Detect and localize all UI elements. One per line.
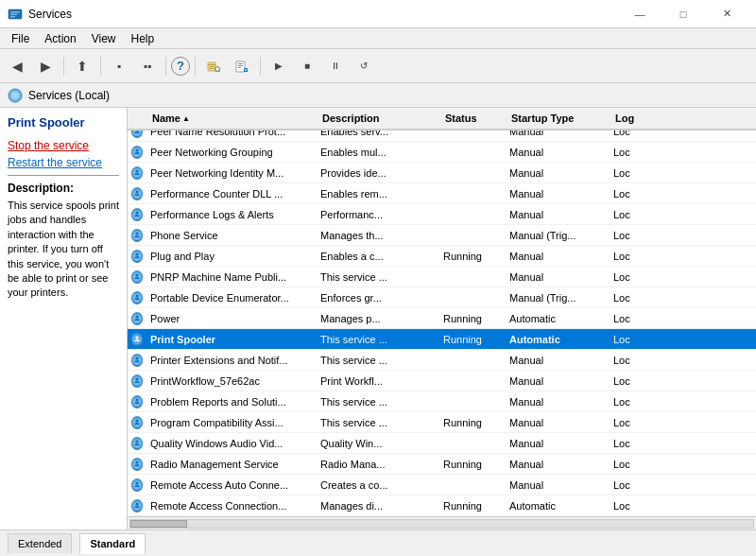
forward-button[interactable]: ▶ [32,53,59,79]
tab-extended[interactable]: Extended [8,533,72,553]
row-name: Remote Access Connection... [146,500,317,512]
row-desc: Enforces gr... [317,292,439,304]
menu-file[interactable]: File [4,30,37,47]
table-row[interactable]: Phone Service Manages th... Manual (Trig… [128,225,756,246]
back-button[interactable]: ◀ [4,53,30,79]
table-body[interactable]: Parental Controls Enforces pa... Manual … [128,130,756,516]
row-startup: Manual [506,130,610,137]
service-icon-img [131,478,143,492]
row-startup: Automatic [506,334,610,345]
service-icon-img [131,499,143,513]
table-row[interactable]: Problem Reports and Soluti... This servi… [128,391,756,412]
svg-rect-7 [210,68,214,69]
table-row[interactable]: PrintWorkflow_57e62ac Print Workfl... Ma… [128,371,756,391]
row-startup: Manual (Trig... [506,292,610,304]
browse-button[interactable] [200,53,227,79]
table-row[interactable]: Power Manages p... Running Automatic Loc [128,308,756,329]
row-log: Loc [610,355,657,366]
col-header-status[interactable]: Status [441,113,507,124]
restart-service-button[interactable]: ↺ [351,53,377,79]
row-log: Loc [610,479,657,491]
svg-rect-13 [238,67,241,68]
show-hide-button[interactable]: ▪ [106,53,132,79]
table-row[interactable]: Performance Counter DLL ... Enables rem.… [128,183,756,204]
svg-point-42 [136,315,139,318]
row-icon [128,229,146,242]
row-icon [128,499,146,513]
maximize-button[interactable]: □ [662,0,705,28]
table-row[interactable]: PNRP Machine Name Publi... This service … [128,267,756,287]
toolbar-separator-4 [195,57,196,76]
svg-rect-1 [10,11,20,13]
table-row[interactable]: Program Compatibility Assi... This servi… [128,412,756,433]
row-desc: Manages th... [317,230,439,241]
stop-link-label: Stop [8,139,31,152]
stop-service-button[interactable]: ■ [294,53,320,79]
table-row[interactable]: Printer Extensions and Notif... This ser… [128,350,756,371]
row-startup: Automatic [506,500,610,512]
table-row[interactable]: Peer Name Resolution Prot... Enables ser… [128,130,756,142]
menu-view[interactable]: View [84,30,124,47]
col-name-label: Name [152,113,180,124]
status-bar: Extended Standard [0,530,756,556]
col-header-name[interactable]: Name ▲ [148,113,318,124]
col-header-description[interactable]: Description [318,113,441,124]
row-log: Loc [610,271,657,283]
row-status: Running [439,500,506,512]
h-scroll-thumb[interactable] [130,520,187,528]
table-row[interactable]: Peer Networking Grouping Enables mul... … [128,142,756,163]
row-startup: Manual (Trig... [506,230,610,241]
close-button[interactable]: ✕ [705,0,748,28]
col-header-log[interactable]: Log [611,113,659,124]
table-row[interactable]: Radio Management Service Radio Mana... R… [128,454,756,475]
row-name: Peer Name Resolution Prot... [146,130,317,137]
table-row[interactable]: Portable Device Enumerator... Enforces g… [128,287,756,308]
table-row[interactable]: Performance Logs & Alerts Performanc... … [128,204,756,225]
svg-point-48 [136,377,139,380]
up-button[interactable]: ⬆ [69,53,95,79]
svg-rect-3 [10,16,15,18]
minimize-button[interactable]: — [618,0,662,28]
main-area: Print Spooler Stop the service Restart t… [0,108,756,530]
pause-service-button[interactable]: ⏸ [322,53,349,79]
row-name: PrintWorkflow_57e62ac [146,375,317,387]
menu-action[interactable]: Action [37,30,83,47]
row-name: Peer Networking Identity M... [146,167,317,179]
svg-point-28 [136,169,139,172]
horizontal-scrollbar[interactable] [128,516,756,530]
table-row[interactable]: Plug and Play Enables a c... Running Man… [128,246,756,267]
table-row[interactable]: Peer Networking Identity M... Provides i… [128,163,756,183]
toolbar-separator-2 [100,57,101,76]
menu-help[interactable]: Help [124,30,163,47]
row-log: Loc [610,313,657,324]
tab-standard[interactable]: Standard [79,533,146,554]
table-row[interactable]: Remote Access Auto Conne... Creates a co… [128,475,756,495]
row-name: Radio Management Service [146,459,317,470]
row-icon [128,291,146,304]
sort-icon: ▲ [182,114,190,123]
row-desc: Radio Mana... [317,459,439,470]
table-row[interactable]: Remote Access Connection... Manages di..… [128,495,756,516]
start-service-button[interactable]: ▶ [266,53,292,79]
toolbar-separator-1 [63,57,64,76]
table-row[interactable]: Print Spooler This service ... Running A… [128,329,756,350]
row-desc: Performanc... [317,209,439,220]
show-hide-button2[interactable]: ▪▪ [134,53,161,79]
properties-button[interactable] [229,53,255,79]
table-row[interactable]: Quality Windows Audio Vid... Quality Win… [128,433,756,454]
row-icon [128,166,146,180]
col-header-startup[interactable]: Startup Type [507,113,611,124]
service-icon-img [131,208,143,221]
row-log: Loc [610,417,657,428]
left-panel: Print Spooler Stop the service Restart t… [0,108,128,530]
help-toolbar-button[interactable]: ? [171,57,190,76]
address-icon [8,88,23,103]
h-scroll-track[interactable] [129,519,754,529]
restart-service-link[interactable]: Restart the service [8,156,119,169]
svg-point-60 [136,502,139,505]
row-desc: This service ... [317,355,439,366]
svg-point-58 [136,481,139,484]
service-icon-img [131,270,143,284]
restart-link-label: Restart [8,156,44,169]
stop-service-link[interactable]: Stop the service [8,139,119,152]
